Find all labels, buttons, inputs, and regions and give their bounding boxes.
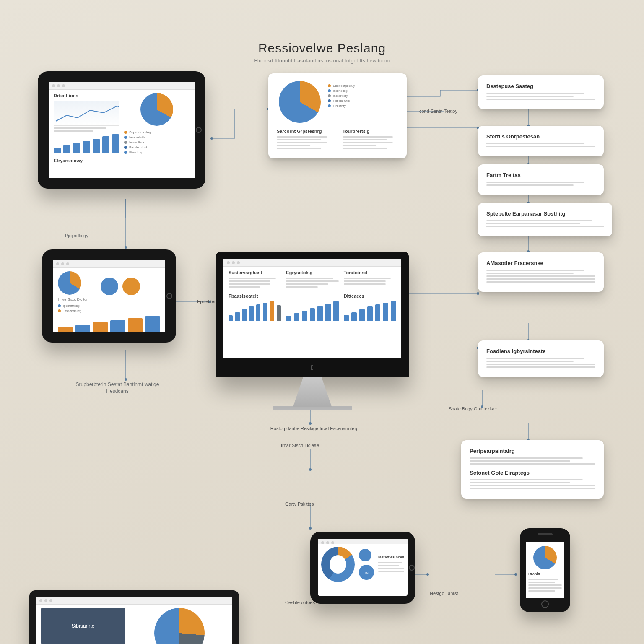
panel-title: Hites Sicot Dicitor — [58, 297, 96, 301]
svg-point-13 — [125, 246, 127, 249]
card-title: Sctonet Gole Eiraptegs — [470, 470, 595, 476]
legend-item: Intertoilcg — [328, 89, 355, 93]
panel-title: Sustervsrghast — [229, 270, 281, 275]
legend-item: Sepeshetrplog — [124, 130, 151, 134]
side-card: Stertils Obrpestesan — [478, 126, 604, 156]
callout-label: Garty Pskittes — [285, 501, 314, 507]
tablet1-left-title: Drtenttions — [54, 93, 119, 98]
card-title: Sptebelte Earpanasar Sosthitg — [486, 210, 604, 217]
svg-point-17 — [309, 468, 312, 471]
dot-icon — [101, 278, 118, 295]
donut-icon — [321, 547, 355, 582]
callout-label: Eprtetiter — [197, 299, 216, 304]
callout-label: Snate Begy Onalteziser — [449, 406, 497, 412]
panel-title: Toratoinsd — [344, 270, 396, 275]
side-card: Destepuse Sasteg — [478, 75, 604, 109]
tablet1-bottom-title: Efryarsatowy — [54, 158, 190, 163]
card-subtitle: Tourprertsig — [343, 129, 398, 134]
device-tablet-small: I pct Iaetatflesinces — [310, 532, 415, 604]
device-imac: Sustervsrghast Egrysetolsg Toratoinsd Fb… — [216, 252, 409, 410]
dot-icon — [359, 549, 371, 561]
card-title: Pertpearpaintalrg — [470, 448, 595, 454]
legend-item: Saspestpeoluy — [328, 84, 355, 88]
panel-title: Fbaaslsoatelt — [229, 293, 281, 299]
legend-item: Imorrotisile — [124, 135, 151, 139]
page-subtitle: Flurinsd fttonutd frasotanttins tos onal… — [0, 58, 644, 64]
svg-point-18 — [309, 527, 312, 530]
pie-icon — [140, 93, 173, 126]
side-card: Sptebelte Earpanasar Sosthitg — [478, 203, 612, 236]
dot-icon — [122, 278, 140, 295]
pie-icon — [279, 81, 321, 123]
callout-label: Rostorpdanbe Resikige Inwil Escenarinter… — [256, 426, 373, 431]
callout-label: Pjojindliogy — [65, 233, 88, 239]
side-card: AMasotier Fracersnse — [478, 252, 604, 292]
device-tablet-top: Drtenttions Sepeshetrplog Imo — [38, 71, 205, 189]
apple-logo-icon:  — [311, 364, 314, 371]
pie-icon — [58, 271, 81, 295]
card-title: Fartm Treltas — [486, 172, 595, 178]
legend-item: Ipoctntresg — [58, 304, 160, 308]
card-title: Destepuse Sasteg — [486, 83, 595, 89]
device-laptop: Sibrsanrte Py-eay Nit Thesilse tan Fteot… — [29, 590, 239, 644]
device-tablet-mid: Hites Sicot Dicitor Ipoctntresg Ttosceri… — [42, 249, 176, 343]
card-title: Fosdiens Igbyrsinteste — [486, 348, 595, 354]
panel-title: Iaetatflesinces — [378, 555, 404, 559]
svg-point-16 — [309, 422, 312, 425]
card-title: AMasotier Fracersnse — [486, 260, 595, 266]
side-card: Fosdiens Igbyrsinteste — [478, 340, 604, 377]
legend-item: Firesthty — [328, 104, 355, 108]
legend-item: Ttoscerislicg — [58, 309, 160, 313]
svg-point-11 — [477, 292, 479, 295]
pie-icon — [154, 608, 205, 644]
callout-label: Irnar Stsch Ticleae — [281, 442, 319, 448]
side-card: Pertpearpaintalrg Sctonet Gole Eiraptegs — [461, 440, 604, 499]
svg-point-19 — [426, 573, 429, 576]
legend-item: Pittlele Ctls — [328, 99, 355, 103]
svg-point-0 — [210, 137, 213, 140]
callout-label: Srupberbterin Sestat Bantinmt watige Hes… — [71, 382, 164, 395]
callout-label: cond Sentn Teatoy — [419, 108, 457, 114]
legend-item: Inetarttoty — [328, 94, 355, 98]
legend-item: Fiersthry — [124, 151, 151, 154]
hero-title: Sibrsanrte — [72, 623, 95, 629]
page-title: Ressiovelwe Peslang — [0, 41, 644, 55]
panel-title: Rrankt — [528, 572, 562, 576]
svg-point-15 — [125, 378, 127, 381]
card-pie-center: Saspestpeoluy Intertoilcg Inetarttoty Pi… — [268, 73, 407, 158]
pie-icon — [533, 546, 557, 569]
callout-label: Nestgo Tanrst — [430, 590, 458, 596]
panel-title: Egrysetolsg — [286, 270, 338, 275]
legend-item: Iewentiely — [124, 140, 151, 144]
svg-point-20 — [514, 573, 517, 576]
panel-title: Ditteaces — [344, 293, 396, 299]
page-header: Ressiovelwe Peslang Flurinsd fttonutd fr… — [0, 41, 644, 64]
dot-icon: I pct — [359, 565, 374, 580]
legend-item: Ptrtule htbct — [124, 145, 151, 149]
side-card: Fartm Treltas — [478, 164, 604, 195]
card-subtitle: Sarcornt Grpstesnrg — [277, 129, 332, 134]
card-title: Stertils Obrpestesan — [486, 133, 595, 140]
device-phone: Rrankt — [520, 528, 570, 612]
